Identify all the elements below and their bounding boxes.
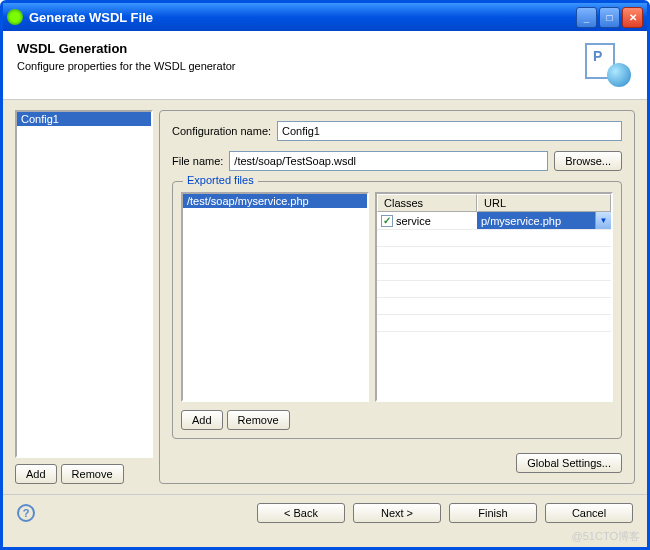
classes-header[interactable]: Classes xyxy=(377,194,477,212)
config-name-input[interactable] xyxy=(277,121,622,141)
watermark: @51CTO博客 xyxy=(572,529,640,544)
exported-file-item[interactable]: /test/soap/myservice.php xyxy=(183,194,367,208)
next-button[interactable]: Next > xyxy=(353,503,441,523)
dialog-window: Generate WSDL File _ □ ✕ WSDL Generation… xyxy=(0,0,650,550)
file-name-label: File name: xyxy=(172,155,223,167)
maximize-button[interactable]: □ xyxy=(599,7,620,28)
dialog-body: Config1 Add Remove Configuration name: F… xyxy=(3,100,647,494)
titlebar[interactable]: Generate WSDL File _ □ ✕ xyxy=(3,3,647,31)
add-file-button[interactable]: Add xyxy=(181,410,223,430)
window-title: Generate WSDL File xyxy=(29,10,576,25)
close-button[interactable]: ✕ xyxy=(622,7,643,28)
help-icon[interactable]: ? xyxy=(17,504,35,522)
file-name-input[interactable] xyxy=(229,151,548,171)
url-cell: p/myservice.php xyxy=(481,215,561,227)
config-list[interactable]: Config1 xyxy=(15,110,153,458)
config-panel: Configuration name: File name: Browse...… xyxy=(159,110,635,484)
exported-files-list[interactable]: /test/soap/myservice.php xyxy=(181,192,369,402)
config-list-item[interactable]: Config1 xyxy=(17,112,151,126)
table-row[interactable]: ✓ service p/myservice.php ▼ xyxy=(377,212,611,230)
dialog-header: WSDL Generation Configure properties for… xyxy=(3,31,647,100)
classes-table[interactable]: Classes URL ✓ service p/myservice.php ▼ xyxy=(375,192,613,402)
window-controls: _ □ ✕ xyxy=(576,7,643,28)
add-config-button[interactable]: Add xyxy=(15,464,57,484)
config-sidebar: Config1 Add Remove xyxy=(15,110,153,484)
chevron-down-icon[interactable]: ▼ xyxy=(595,212,611,229)
global-settings-button[interactable]: Global Settings... xyxy=(516,453,622,473)
back-button[interactable]: < Back xyxy=(257,503,345,523)
page-subtitle: Configure properties for the WSDL genera… xyxy=(17,60,581,72)
app-icon xyxy=(7,9,23,25)
exported-files-fieldset: Exported files /test/soap/myservice.php … xyxy=(172,181,622,439)
remove-file-button[interactable]: Remove xyxy=(227,410,290,430)
minimize-button[interactable]: _ xyxy=(576,7,597,28)
url-header[interactable]: URL xyxy=(477,194,611,212)
page-title: WSDL Generation xyxy=(17,41,581,56)
cancel-button[interactable]: Cancel xyxy=(545,503,633,523)
config-name-label: Configuration name: xyxy=(172,125,271,137)
class-checkbox[interactable]: ✓ xyxy=(381,215,393,227)
remove-config-button[interactable]: Remove xyxy=(61,464,124,484)
finish-button[interactable]: Finish xyxy=(449,503,537,523)
wsdl-wizard-icon xyxy=(581,41,633,89)
dialog-footer: ? < Back Next > Finish Cancel xyxy=(3,494,647,547)
exported-files-legend: Exported files xyxy=(183,174,258,186)
browse-button[interactable]: Browse... xyxy=(554,151,622,171)
class-name-cell: service xyxy=(396,215,431,227)
